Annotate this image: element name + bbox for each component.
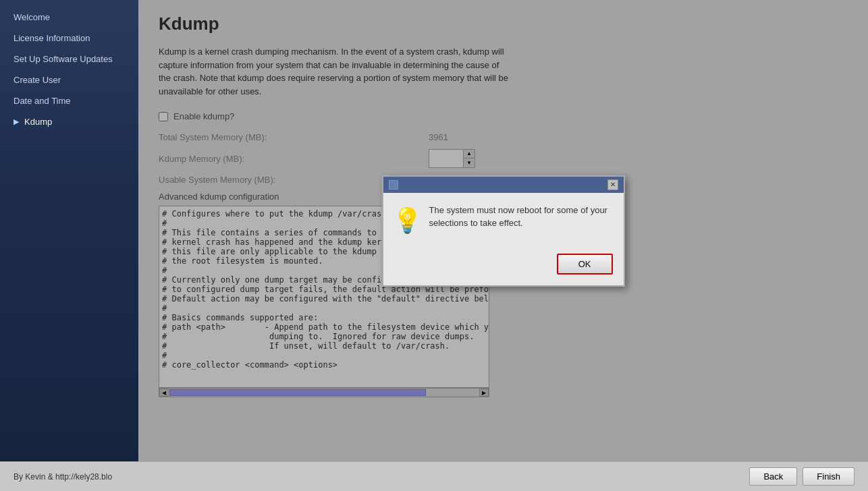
dialog-body: 💡 The system must now reboot for some of… bbox=[383, 193, 624, 248]
sidebar-item-label: Welcome bbox=[13, 12, 50, 22]
sidebar-item-label: Set Up Software Updates bbox=[13, 54, 113, 64]
bottom-nav-buttons: Back Finish bbox=[749, 467, 855, 486]
content-area: Kdump Kdump is a kernel crash dumping me… bbox=[138, 0, 868, 461]
dialog-close-button[interactable]: ✕ bbox=[607, 179, 618, 190]
sidebar-item-kdump[interactable]: ▶ Kdump bbox=[0, 111, 138, 132]
dialog-titlebar: ✕ bbox=[383, 177, 624, 193]
current-arrow-icon: ▶ bbox=[13, 117, 19, 126]
finish-button[interactable]: Finish bbox=[803, 467, 855, 486]
sidebar-item-label: Create User bbox=[13, 75, 61, 85]
dialog-footer: OK bbox=[383, 248, 624, 285]
sidebar-item-label: Date and Time bbox=[13, 96, 71, 106]
back-button[interactable]: Back bbox=[749, 467, 797, 486]
dialog-title-icon bbox=[389, 180, 398, 190]
ok-button[interactable]: OK bbox=[557, 254, 613, 275]
sidebar: Welcome License Information Set Up Softw… bbox=[0, 0, 138, 461]
bottom-bar: By Kevin & http://kely28.blo Back Finish bbox=[0, 461, 868, 491]
reboot-dialog: ✕ 💡 The system must now reboot for some … bbox=[382, 175, 625, 287]
dialog-overlay: ✕ 💡 The system must now reboot for some … bbox=[138, 0, 868, 461]
sidebar-item-license[interactable]: License Information bbox=[0, 28, 138, 49]
bottom-credit: By Kevin & http://kely28.blo bbox=[13, 472, 112, 482]
sidebar-item-welcome[interactable]: Welcome bbox=[0, 7, 138, 28]
dialog-lightbulb-icon: 💡 bbox=[394, 204, 421, 237]
sidebar-item-date-time[interactable]: Date and Time bbox=[0, 90, 138, 111]
sidebar-item-label: License Information bbox=[13, 33, 90, 43]
lightbulb-emoji: 💡 bbox=[392, 206, 423, 235]
sidebar-item-create-user[interactable]: Create User bbox=[0, 69, 138, 90]
sidebar-item-label: Kdump bbox=[24, 117, 52, 127]
sidebar-item-software-updates[interactable]: Set Up Software Updates bbox=[0, 49, 138, 69]
dialog-message: The system must now reboot for some of y… bbox=[429, 204, 613, 230]
